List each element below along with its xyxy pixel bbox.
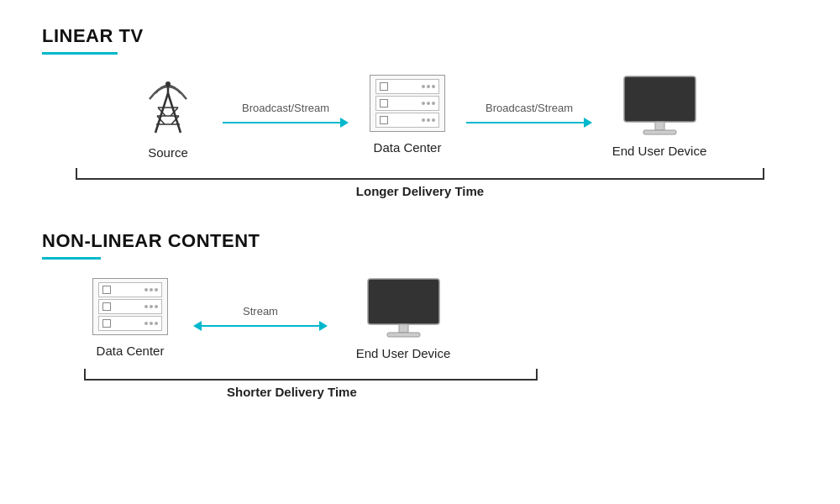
server-row-3 (375, 113, 439, 128)
server-row-1 (98, 282, 162, 297)
dot2 (427, 102, 430, 105)
antenna-icon (139, 70, 197, 137)
source-node: Source (126, 70, 210, 160)
dot1 (144, 305, 148, 308)
dot1 (422, 102, 425, 105)
nonlinear-section: NON-LINEAR CONTENT (42, 230, 798, 399)
server-dots (144, 322, 158, 325)
dot2 (150, 305, 153, 308)
svg-rect-13 (643, 130, 676, 134)
linear-enduser-label: End User Device (612, 144, 707, 158)
dot3 (432, 85, 435, 88)
arrow-head-right (319, 321, 328, 331)
nonlinear-datacenter-label: Data Center (97, 344, 165, 358)
server-dots (422, 102, 435, 105)
monitor-icon-nonlinear (364, 275, 444, 338)
linear-tv-title: LINEAR TV (42, 25, 798, 47)
dot2 (427, 85, 430, 88)
arrow-head-left (193, 321, 202, 331)
linear-title-underline (42, 52, 118, 55)
server-row-3 (98, 316, 162, 331)
monitor-icon-linear (620, 72, 700, 135)
nonlinear-arrow-line (193, 321, 328, 331)
arrow-head-right (340, 118, 349, 128)
svg-rect-14 (368, 279, 439, 324)
server-dots (422, 85, 435, 88)
server-checkbox (380, 116, 388, 124)
nonlinear-diagram-row: Data Center Stream (42, 275, 798, 360)
dot1 (422, 118, 425, 122)
nonlinear-delivery-label: Shorter Delivery Time (84, 385, 357, 399)
dot2 (150, 322, 153, 325)
dot2 (427, 118, 430, 122)
server-dots (144, 288, 158, 291)
linear-tv-section: LINEAR TV (42, 25, 798, 198)
source-label: Source (148, 145, 188, 160)
server-rack-nonlinear (92, 278, 168, 335)
server-rack-linear (370, 75, 445, 132)
server-checkbox (380, 82, 388, 91)
svg-rect-16 (387, 333, 420, 337)
nonlinear-bracket (84, 369, 538, 381)
linear-arrow2: Broadcast/Stream (454, 102, 605, 128)
linear-datacenter-node: Data Center (361, 75, 454, 155)
svg-point-10 (165, 81, 171, 87)
nonlinear-arrow: Stream (176, 305, 344, 331)
svg-line-1 (168, 93, 181, 133)
nonlinear-enduser-node: End User Device (344, 275, 462, 360)
server-row-2 (98, 299, 162, 314)
server-checkbox (102, 302, 111, 311)
server-dots (144, 305, 158, 308)
nonlinear-enduser-label: End User Device (356, 346, 451, 360)
linear-bracket-row: Longer Delivery Time (42, 168, 798, 198)
linear-arrow1-label: Broadcast/Stream (242, 102, 329, 114)
linear-delivery-label: Longer Delivery Time (356, 184, 484, 198)
server-dots (422, 118, 435, 122)
server-checkbox (380, 99, 388, 108)
nonlinear-title-underline (42, 257, 101, 260)
dot1 (144, 288, 148, 291)
linear-arrow2-label: Broadcast/Stream (486, 102, 573, 114)
dot3 (155, 288, 158, 291)
server-row-2 (375, 96, 439, 111)
arrow-line (466, 122, 584, 123)
arrow-line (202, 325, 319, 327)
dot3 (432, 118, 435, 122)
server-checkbox (102, 286, 111, 294)
linear-arrow1: Broadcast/Stream (210, 102, 361, 128)
svg-line-0 (155, 93, 168, 133)
linear-diagram-row: Source Broadcast/Stream (42, 70, 798, 160)
dot2 (150, 288, 153, 291)
page: LINEAR TV (0, 0, 840, 504)
nonlinear-arrow-label: Stream (243, 305, 278, 318)
linear-bracket (76, 168, 764, 180)
dot1 (144, 322, 148, 325)
nonlinear-datacenter-node: Data Center (84, 278, 176, 358)
linear-datacenter-label: Data Center (374, 140, 442, 155)
nonlinear-title: NON-LINEAR CONTENT (42, 230, 798, 252)
dot3 (432, 102, 435, 105)
section-divider (42, 205, 798, 230)
server-row-1 (375, 79, 439, 94)
arrow-line (223, 122, 340, 123)
linear-arrow2-line (466, 118, 592, 128)
arrow-head-right (584, 118, 592, 128)
linear-enduser-node: End User Device (605, 72, 714, 158)
svg-rect-11 (624, 76, 696, 122)
dot1 (422, 85, 425, 88)
svg-rect-15 (399, 324, 408, 333)
linear-arrow1-line (223, 118, 349, 128)
nonlinear-bracket-row: Shorter Delivery Time (42, 369, 798, 399)
server-checkbox (102, 319, 111, 328)
svg-rect-12 (655, 122, 664, 130)
dot3 (155, 322, 158, 325)
dot3 (155, 305, 158, 308)
